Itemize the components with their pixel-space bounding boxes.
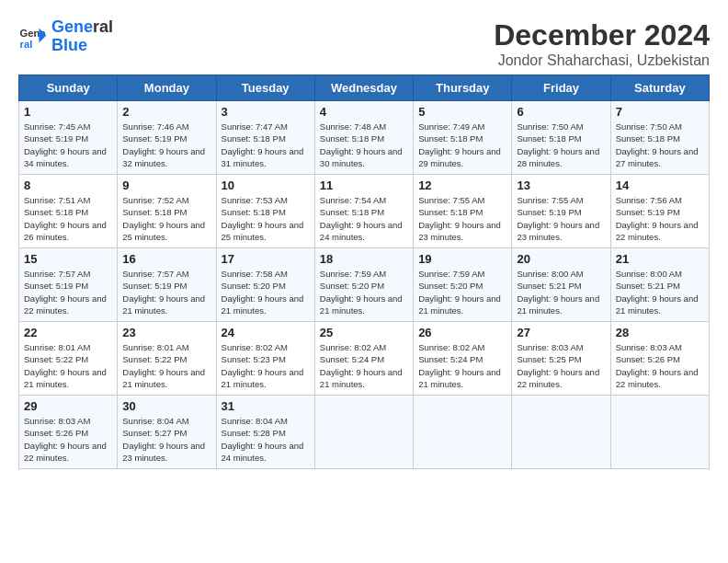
table-row: 15Sunrise: 7:57 AMSunset: 5:19 PMDayligh… xyxy=(19,248,118,322)
day-header-wednesday: Wednesday xyxy=(314,75,413,101)
day-number: 14 xyxy=(616,178,704,192)
day-number: 3 xyxy=(222,105,310,119)
day-info: Sunrise: 7:55 AMSunset: 5:19 PMDaylight:… xyxy=(517,194,605,243)
logo-text-line2: Blue xyxy=(51,37,113,55)
day-info: Sunrise: 7:50 AMSunset: 5:18 PMDaylight:… xyxy=(517,121,605,169)
day-number: 9 xyxy=(122,178,210,192)
table-row: 9Sunrise: 7:52 AMSunset: 5:18 PMDaylight… xyxy=(118,175,216,248)
table-row: 27Sunrise: 8:03 AMSunset: 5:25 PMDayligh… xyxy=(512,322,610,396)
day-info: Sunrise: 8:03 AMSunset: 5:26 PMDaylight:… xyxy=(616,341,704,390)
day-number: 24 xyxy=(222,326,310,339)
day-info: Sunrise: 8:01 AMSunset: 5:22 PMDaylight:… xyxy=(24,341,112,390)
table-row: 26Sunrise: 8:02 AMSunset: 5:24 PMDayligh… xyxy=(414,322,512,396)
logo-icon: Gene ral xyxy=(18,22,48,52)
day-number: 27 xyxy=(517,326,605,339)
day-number: 5 xyxy=(418,105,506,119)
table-row: 13Sunrise: 7:55 AMSunset: 5:19 PMDayligh… xyxy=(512,175,610,248)
day-number: 16 xyxy=(122,252,210,266)
day-info: Sunrise: 8:02 AMSunset: 5:24 PMDaylight:… xyxy=(418,341,506,390)
day-number: 23 xyxy=(122,326,210,339)
day-info: Sunrise: 8:01 AMSunset: 5:22 PMDaylight:… xyxy=(122,341,210,390)
table-row xyxy=(414,396,512,469)
day-header-tuesday: Tuesday xyxy=(216,75,314,101)
table-row: 24Sunrise: 8:02 AMSunset: 5:23 PMDayligh… xyxy=(216,322,314,396)
logo: Gene ral General Blue xyxy=(18,18,113,55)
day-info: Sunrise: 7:52 AMSunset: 5:18 PMDaylight:… xyxy=(122,194,210,243)
calendar-week-row: 1Sunrise: 7:45 AMSunset: 5:19 PMDaylight… xyxy=(19,101,710,175)
day-info: Sunrise: 8:02 AMSunset: 5:24 PMDaylight:… xyxy=(320,341,408,390)
table-row: 28Sunrise: 8:03 AMSunset: 5:26 PMDayligh… xyxy=(610,322,709,396)
day-number: 30 xyxy=(122,399,210,413)
page-header: Gene ral General Blue December 2024 Jond… xyxy=(18,18,710,69)
day-info: Sunrise: 8:03 AMSunset: 5:25 PMDaylight:… xyxy=(517,341,605,390)
day-number: 6 xyxy=(517,105,605,119)
day-number: 21 xyxy=(616,252,704,266)
day-number: 15 xyxy=(24,252,112,266)
day-number: 22 xyxy=(24,326,112,339)
table-row: 14Sunrise: 7:56 AMSunset: 5:19 PMDayligh… xyxy=(610,175,709,248)
table-row: 5Sunrise: 7:49 AMSunset: 5:18 PMDaylight… xyxy=(414,101,512,175)
table-row: 25Sunrise: 8:02 AMSunset: 5:24 PMDayligh… xyxy=(314,322,413,396)
day-number: 13 xyxy=(517,178,605,192)
day-info: Sunrise: 7:59 AMSunset: 5:20 PMDaylight:… xyxy=(418,268,506,316)
table-row: 2Sunrise: 7:46 AMSunset: 5:19 PMDaylight… xyxy=(118,101,216,175)
day-info: Sunrise: 7:53 AMSunset: 5:18 PMDaylight:… xyxy=(222,194,310,243)
table-row: 12Sunrise: 7:55 AMSunset: 5:18 PMDayligh… xyxy=(414,175,512,248)
table-row: 22Sunrise: 8:01 AMSunset: 5:22 PMDayligh… xyxy=(19,322,118,396)
day-number: 10 xyxy=(222,178,310,192)
day-info: Sunrise: 8:00 AMSunset: 5:21 PMDaylight:… xyxy=(616,268,704,316)
day-header-thursday: Thursday xyxy=(414,75,512,101)
title-block: December 2024 Jondor Shaharchasi, Uzbeki… xyxy=(494,18,710,69)
day-number: 28 xyxy=(616,326,704,339)
day-info: Sunrise: 7:48 AMSunset: 5:18 PMDaylight:… xyxy=(320,121,408,169)
table-row: 17Sunrise: 7:58 AMSunset: 5:20 PMDayligh… xyxy=(216,248,314,322)
day-number: 8 xyxy=(24,178,112,192)
calendar-week-row: 22Sunrise: 8:01 AMSunset: 5:22 PMDayligh… xyxy=(19,322,710,396)
table-row: 3Sunrise: 7:47 AMSunset: 5:18 PMDaylight… xyxy=(216,101,314,175)
table-row xyxy=(610,396,709,469)
day-number: 2 xyxy=(122,105,210,119)
day-info: Sunrise: 7:51 AMSunset: 5:18 PMDaylight:… xyxy=(24,194,112,243)
day-number: 12 xyxy=(418,178,506,192)
day-number: 11 xyxy=(320,178,408,192)
day-info: Sunrise: 7:59 AMSunset: 5:20 PMDaylight:… xyxy=(320,268,408,316)
day-header-saturday: Saturday xyxy=(610,75,709,101)
table-row: 30Sunrise: 8:04 AMSunset: 5:27 PMDayligh… xyxy=(118,396,216,469)
svg-text:ral: ral xyxy=(20,39,33,50)
table-row: 19Sunrise: 7:59 AMSunset: 5:20 PMDayligh… xyxy=(414,248,512,322)
day-info: Sunrise: 8:00 AMSunset: 5:21 PMDaylight:… xyxy=(517,268,605,316)
day-info: Sunrise: 7:50 AMSunset: 5:18 PMDaylight:… xyxy=(616,121,704,169)
table-row: 1Sunrise: 7:45 AMSunset: 5:19 PMDaylight… xyxy=(19,101,118,175)
table-row: 16Sunrise: 7:57 AMSunset: 5:19 PMDayligh… xyxy=(118,248,216,322)
logo-text-line1: General xyxy=(51,18,113,37)
table-row: 8Sunrise: 7:51 AMSunset: 5:18 PMDaylight… xyxy=(19,175,118,248)
day-info: Sunrise: 7:46 AMSunset: 5:19 PMDaylight:… xyxy=(122,121,210,169)
day-number: 29 xyxy=(24,399,112,413)
table-row: 4Sunrise: 7:48 AMSunset: 5:18 PMDaylight… xyxy=(314,101,413,175)
calendar-table: SundayMondayTuesdayWednesdayThursdayFrid… xyxy=(18,75,710,469)
day-number: 20 xyxy=(517,252,605,266)
calendar-week-row: 8Sunrise: 7:51 AMSunset: 5:18 PMDaylight… xyxy=(19,175,710,248)
day-number: 26 xyxy=(418,326,506,339)
table-row: 23Sunrise: 8:01 AMSunset: 5:22 PMDayligh… xyxy=(118,322,216,396)
day-number: 1 xyxy=(24,105,112,119)
table-row: 10Sunrise: 7:53 AMSunset: 5:18 PMDayligh… xyxy=(216,175,314,248)
table-row: 20Sunrise: 8:00 AMSunset: 5:21 PMDayligh… xyxy=(512,248,610,322)
calendar-week-row: 29Sunrise: 8:03 AMSunset: 5:26 PMDayligh… xyxy=(19,396,710,469)
day-number: 18 xyxy=(320,252,408,266)
day-info: Sunrise: 7:57 AMSunset: 5:19 PMDaylight:… xyxy=(122,268,210,316)
table-row xyxy=(512,396,610,469)
calendar-week-row: 15Sunrise: 7:57 AMSunset: 5:19 PMDayligh… xyxy=(19,248,710,322)
day-info: Sunrise: 7:47 AMSunset: 5:18 PMDaylight:… xyxy=(222,121,310,169)
day-number: 31 xyxy=(222,399,310,413)
day-info: Sunrise: 7:45 AMSunset: 5:19 PMDaylight:… xyxy=(24,121,112,169)
day-info: Sunrise: 8:03 AMSunset: 5:26 PMDaylight:… xyxy=(24,415,112,464)
day-header-monday: Monday xyxy=(118,75,216,101)
day-header-friday: Friday xyxy=(512,75,610,101)
main-title: December 2024 xyxy=(494,18,710,52)
day-info: Sunrise: 7:57 AMSunset: 5:19 PMDaylight:… xyxy=(24,268,112,316)
day-number: 4 xyxy=(320,105,408,119)
day-number: 25 xyxy=(320,326,408,339)
day-info: Sunrise: 7:56 AMSunset: 5:19 PMDaylight:… xyxy=(616,194,704,243)
table-row: 6Sunrise: 7:50 AMSunset: 5:18 PMDaylight… xyxy=(512,101,610,175)
